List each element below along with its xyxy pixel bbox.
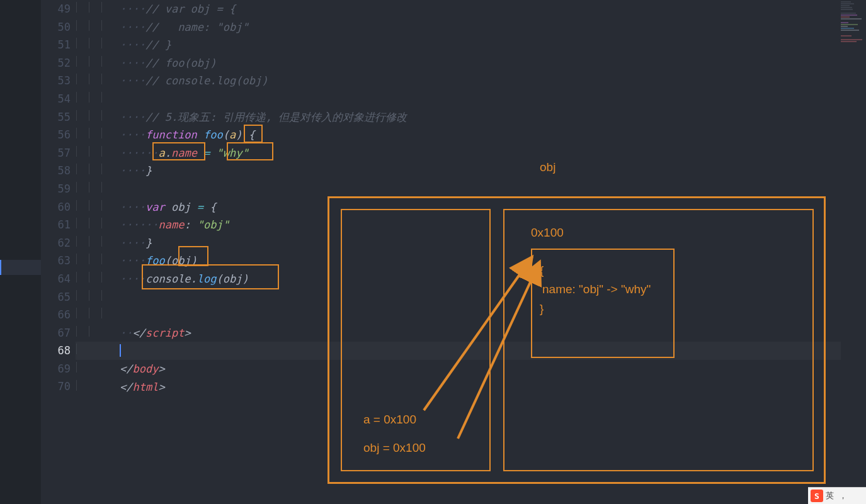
heap-address-label: 0x100: [531, 226, 564, 240]
line-number: 65: [41, 288, 76, 306]
code-line[interactable]: ····}: [76, 162, 866, 180]
minimap[interactable]: [841, 1, 865, 45]
line-number: 70: [41, 378, 76, 396]
line-number: 53: [41, 72, 76, 90]
line-number-gutter: 4950515253545556575859606162636465666768…: [41, 0, 76, 504]
line-number: 67: [41, 324, 76, 342]
code-line[interactable]: [76, 180, 866, 198]
heap-object-close: }: [540, 300, 666, 318]
line-number: 68: [41, 342, 76, 360]
heap-object-line: name: "obj" -> "why": [540, 280, 666, 299]
code-line[interactable]: ······a.name = "why": [76, 144, 866, 162]
heap-object-open: {: [540, 261, 666, 280]
line-number: 55: [41, 108, 76, 126]
stack-box: [341, 209, 491, 471]
code-line[interactable]: ····// name: "obj": [76, 18, 866, 36]
line-number: 69: [41, 360, 76, 378]
ime-indicator[interactable]: S 英 ，: [808, 487, 866, 504]
editor-app: 4950515253545556575859606162636465666768…: [0, 0, 866, 504]
code-line[interactable]: ····// 5.现象五: 引用传递, 但是对传入的对象进行修改: [76, 108, 866, 126]
line-number: 56: [41, 126, 76, 144]
line-number: 52: [41, 54, 76, 72]
line-number: 59: [41, 180, 76, 198]
line-number: 66: [41, 306, 76, 324]
code-line[interactable]: ····function foo(a) {: [76, 126, 866, 144]
line-number: 49: [41, 0, 76, 18]
line-number: 61: [41, 216, 76, 234]
stack-a-label: a = 0x100: [363, 413, 416, 427]
code-line[interactable]: ····// }: [76, 36, 866, 54]
line-number: 60: [41, 198, 76, 216]
ime-logo-icon: S: [811, 490, 823, 502]
stack-obj-label: obj = 0x100: [363, 441, 426, 455]
memory-diagram: 0x100 { name: "obj" -> "why" } a = 0x100…: [328, 196, 826, 484]
line-number: 64: [41, 270, 76, 288]
text-caret: [120, 344, 121, 357]
heap-object-box: { name: "obj" -> "why" }: [531, 249, 675, 358]
activity-bar: [0, 0, 41, 504]
code-line[interactable]: ····// foo(obj): [76, 54, 866, 72]
line-number: 51: [41, 36, 76, 54]
line-number: 50: [41, 18, 76, 36]
line-number: 63: [41, 252, 76, 270]
line-number: 58: [41, 162, 76, 180]
ime-language-label: 英 ，: [826, 490, 847, 501]
code-line[interactable]: ····// console.log(obj): [76, 72, 866, 90]
line-number: 57: [41, 144, 76, 162]
code-editor[interactable]: ····// var obj = {····// name: "obj"····…: [76, 0, 866, 72]
line-number: 54: [41, 90, 76, 108]
diagram-title: obj: [540, 160, 555, 174]
code-line[interactable]: [76, 90, 866, 108]
line-number: 62: [41, 234, 76, 252]
code-line[interactable]: ····// var obj = {: [76, 0, 866, 18]
activity-bar-active-indicator: [0, 260, 41, 275]
